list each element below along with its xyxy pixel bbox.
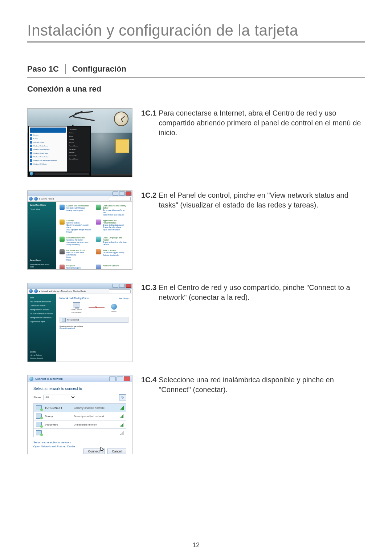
refresh-button[interactable]: ↻ (119, 394, 126, 400)
start-menu-bottom (29, 172, 90, 176)
sidebar-item-setup-connection[interactable]: Set up a connection or network (30, 313, 54, 315)
nsc-sidebar: Tasks View computers and devices Connect… (28, 294, 56, 362)
category-network[interactable]: Network and InternetConnect to the Inter… (60, 237, 92, 246)
close-button[interactable] (124, 376, 130, 381)
network-type: Unsecured network (74, 423, 117, 426)
instruction-body: Para conectarse a Internet, abra el Cent… (159, 108, 365, 138)
sidebar-item-windows-firewall[interactable]: Windows Firewall (30, 358, 54, 359)
sidebar-item-connect-network[interactable]: Connect to a network (30, 305, 54, 307)
sidebar-item-classic-view[interactable]: Classic View (30, 208, 54, 210)
screenshot-start-menu: Internet E-mail Welcome Center Windows M… (27, 108, 132, 177)
dialog-prompt: Select a network to connect to (33, 387, 126, 391)
minimize-button[interactable] (113, 192, 118, 196)
breadcrumb[interactable]: ▸ Network and Internet › Network and Sha… (39, 290, 86, 292)
search-input[interactable] (109, 197, 131, 201)
network-icon (36, 422, 42, 427)
disconnected-icon: ✕ (95, 306, 98, 309)
start-menu-user-header (30, 128, 66, 133)
network-item[interactable]: Sunny Security-enabled network (34, 412, 126, 420)
maximize-button[interactable] (119, 192, 125, 196)
connection-status-bar: Not connected (60, 317, 128, 323)
forward-button[interactable] (34, 289, 38, 293)
sidebar-tasks-header: Tasks (30, 297, 54, 299)
nsc-main: Network and Sharing Center View full map… (56, 294, 132, 362)
category-hardware[interactable]: Hardware and SoundPlay CDs or other medi… (60, 249, 92, 261)
category-additional[interactable]: Additional Options (96, 265, 128, 270)
view-full-map-link[interactable]: View full map (119, 298, 128, 299)
network-link-broken: ✕ (89, 307, 105, 308)
close-button[interactable] (126, 284, 131, 288)
step-rule (27, 77, 365, 78)
address-bar: ▸ Control Panel ▸ (28, 196, 132, 202)
minimize-button[interactable] (109, 376, 116, 381)
breadcrumb[interactable]: ▸ Control Panel ▸ (39, 198, 54, 200)
setup-connection-link[interactable]: Set up a connection or network (33, 441, 126, 444)
sidebar-item-manage-wireless[interactable]: Manage wireless networks (30, 309, 54, 311)
mouse-cursor-icon (100, 447, 104, 452)
category-ease-of-access[interactable]: Ease of AccessLet Windows suggest settin… (96, 249, 128, 261)
show-filter-select[interactable]: All (44, 395, 76, 400)
start-search-box (34, 173, 89, 175)
sidebar-clock-gadget (114, 112, 128, 126)
start-menu-right-pane: Documents Pictures Music Games Search Re… (67, 126, 90, 176)
category-programs[interactable]: ProgramsUninstall a programChange startu… (60, 265, 92, 270)
network-item[interactable] (34, 429, 126, 437)
window-title-bar (28, 283, 132, 289)
sidebar-item-manage-connections[interactable]: Manage network connections (30, 317, 54, 319)
additional-options-icon (96, 265, 101, 270)
window-title: Connect to a network (35, 377, 63, 380)
category-system[interactable]: System and MaintenanceGet started with W… (60, 205, 92, 216)
sidebar-item-internet-options[interactable]: Internet Options (30, 354, 54, 356)
search-input[interactable] (109, 289, 131, 293)
network-icon (60, 237, 65, 242)
maximize-button[interactable] (119, 284, 125, 288)
instruction-number: 1C.2 (141, 190, 156, 210)
system-icon (60, 205, 65, 210)
category-clock[interactable]: Clock, Language, and RegionChange keyboa… (96, 237, 128, 246)
instruction-number: 1C.1 (141, 108, 156, 138)
back-button[interactable] (29, 289, 33, 293)
sidebar-recent-item[interactable]: View network status and tasks (30, 263, 54, 268)
hardware-icon (60, 249, 65, 254)
minimize-button[interactable] (113, 284, 118, 288)
sidebar-item-view-computers[interactable]: View computers and devices (30, 301, 54, 303)
nsc-heading: Network and Sharing Center (60, 297, 128, 299)
instruction-body: En el Centro de red y uso compartido, pi… (159, 283, 365, 302)
sidebar-recent-tasks: Recent Tasks (30, 259, 54, 261)
network-item[interactable]: 54pointers Unsecured network (34, 420, 126, 429)
this-computer-icon: JOHN-LAPTOP (This computer) (71, 302, 82, 313)
cancel-button[interactable]: Cancel (107, 448, 126, 454)
network-list: TURBONETT Security-enabled network Sunny… (33, 403, 126, 437)
sidebar-item-home[interactable]: Control Panel Home (30, 204, 54, 206)
screenshot-network-sharing-center: ▸ Network and Internet › Network and Sha… (27, 283, 132, 362)
window-icon (29, 377, 33, 381)
category-security[interactable]: SecurityCheck for updatesCheck this comp… (60, 219, 92, 233)
window-title-bar: Connect to a network (28, 375, 132, 382)
document-page: Instalación y configuración de la tarjet… (0, 0, 392, 560)
network-name: 54pointers (45, 423, 71, 426)
category-user-accounts[interactable]: User Accounts and Family SafetySet up pa… (96, 205, 128, 216)
control-panel-categories: System and MaintenanceGet started with W… (56, 202, 132, 270)
appearance-icon (96, 219, 101, 225)
sidebar-see-also: See also (30, 351, 54, 353)
signal-strength-icon (120, 414, 124, 418)
sidebar-item-diagnose[interactable]: Diagnose and repair (30, 321, 54, 323)
open-nsc-link[interactable]: Open Network and Sharing Center (33, 445, 126, 448)
instruction-1c4: Connect to a network Select a network to… (27, 375, 365, 454)
maximize-button[interactable] (117, 376, 123, 381)
connect-to-network-link[interactable]: Connect to a network (60, 327, 128, 329)
page-title: Instalación y configuración de la tarjet… (27, 22, 365, 39)
network-item[interactable]: TURBONETT Security-enabled network (34, 404, 126, 412)
control-panel-sidebar: Control Panel Home Classic View Recent T… (28, 202, 56, 270)
close-button[interactable] (126, 192, 131, 196)
programs-icon (60, 265, 65, 270)
computer-icon (62, 318, 66, 322)
category-appearance[interactable]: Appearance and PersonalizationChange des… (96, 219, 128, 233)
step-name: Configuración (72, 64, 126, 74)
forward-button[interactable] (34, 197, 38, 201)
back-button[interactable] (29, 197, 33, 201)
dialog-buttons: Connect Cancel (33, 448, 126, 454)
clock-icon (96, 237, 101, 242)
network-icon (36, 430, 42, 435)
window-title-bar (28, 191, 132, 196)
